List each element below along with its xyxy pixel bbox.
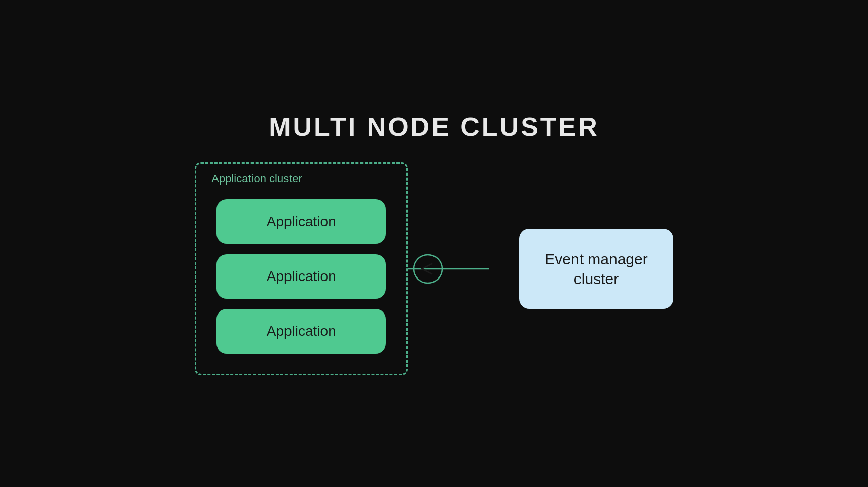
connector-svg (408, 249, 519, 289)
diagram-container: MULTI NODE CLUSTER Application cluster A… (195, 112, 673, 375)
app-box-1-label: Application (267, 214, 336, 229)
event-manager-label: Event managercluster (545, 251, 647, 287)
app-box-3: Application (216, 309, 386, 354)
app-box-3-label: Application (267, 323, 336, 339)
app-box-2-label: Application (267, 268, 336, 284)
diagram-body: Application cluster Application Applicat… (195, 162, 673, 375)
application-cluster: Application cluster Application Applicat… (195, 162, 408, 375)
app-box-2: Application (216, 254, 386, 299)
app-box-1: Application (216, 199, 386, 244)
event-manager-box: Event managercluster (519, 229, 673, 309)
main-title: MULTI NODE CLUSTER (269, 112, 599, 142)
cluster-label: Application cluster (211, 172, 302, 185)
